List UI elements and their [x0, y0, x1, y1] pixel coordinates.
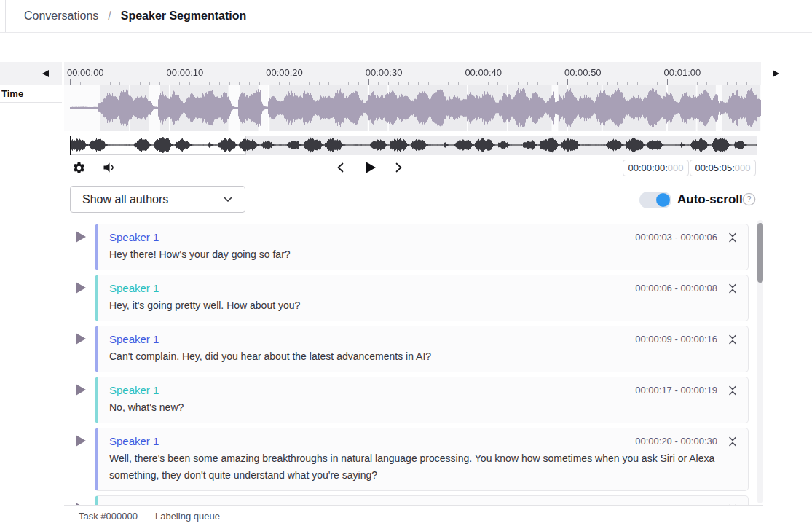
segments-list: Speaker 1 00:00:03 - 00:00:06 Hey there!…: [64, 219, 763, 505]
segment-play-button[interactable]: [76, 384, 86, 396]
segment-row: Speaker 1 00:00:09 - 00:00:16 Can't comp…: [64, 326, 763, 372]
segment-transcript-text: Can't complain. Hey, did you hear about …: [109, 348, 738, 365]
play-button[interactable]: [365, 161, 377, 174]
timeline-waveform[interactable]: 00:00:0000:00:1000:00:2000:00:3000:00:40…: [64, 62, 763, 131]
segment-row: Speaker 1 00:00:20 - 00:00:30 Well, ther…: [64, 428, 763, 491]
segment-collapse-button[interactable]: [728, 436, 738, 447]
segment-transcript-text: Hey, it's going pretty well. How about y…: [109, 297, 738, 314]
time-axis-label: Time: [1, 88, 23, 99]
segment-play-button[interactable]: [76, 282, 86, 294]
segment-card[interactable]: Speaker 1 00:00:06 - 00:00:08 Hey, it's …: [95, 275, 749, 321]
breadcrumb-current-page: Speaker Segmentation: [121, 9, 247, 23]
audio-overview-minimap[interactable]: [64, 136, 763, 155]
segment-speaker-label: Speaker 1: [109, 384, 159, 396]
segment-header: Speaker 1 00:00:03 - 00:00:06: [109, 230, 738, 244]
author-filter-selected-value: Show all authors: [82, 193, 168, 206]
segment-collapse-button[interactable]: [728, 232, 738, 243]
minimap-waveform-canvas: [64, 136, 763, 155]
segment-transcript-text: Well, there's been some amazing breakthr…: [109, 450, 738, 484]
segment-row: Speaker 1 00:00:06 - 00:00:08 Hey, it's …: [64, 275, 763, 321]
total-time-value: 00:05:05: [695, 162, 733, 173]
play-icon: [76, 384, 86, 396]
segment-card[interactable]: Speaker 1 00:00:09 - 00:00:16 Can't comp…: [95, 326, 749, 372]
segment-collapse-button[interactable]: [728, 283, 738, 294]
current-time-value: 00:00:00: [628, 162, 666, 173]
collapse-vertical-icon: [728, 283, 738, 294]
scroll-timeline-left-button[interactable]: [42, 70, 51, 79]
auto-scroll-toggle[interactable]: [639, 192, 671, 208]
chevron-right-icon: [394, 162, 403, 173]
timeline-left-gutter: [0, 62, 62, 85]
segment-collapse-button[interactable]: [728, 334, 738, 345]
segment-speaker-label: Speaker 1: [109, 282, 159, 294]
triangle-left-icon: [42, 70, 49, 77]
segment-collapse-button[interactable]: [728, 385, 738, 396]
total-duration-field[interactable]: 00:05:05:000: [690, 160, 756, 176]
question-circle-icon: ?: [742, 192, 756, 206]
chevron-left-icon: [336, 162, 345, 173]
segment-card[interactable]: Speaker 1 00:00:30 - 00:00:32: [95, 495, 749, 505]
segment-time-range: 00:00:09 - 00:00:16: [635, 334, 717, 345]
play-icon: [76, 282, 86, 294]
segment-header: Speaker 1 00:00:06 - 00:00:08: [109, 281, 738, 295]
gear-icon: [72, 161, 86, 175]
breadcrumb-conversations[interactable]: Conversations: [24, 9, 98, 23]
current-time-field[interactable]: 00:00:00:000: [623, 160, 689, 176]
tick-label: 00:00:10: [167, 67, 204, 78]
auto-scroll-label: Auto-scroll: [677, 192, 743, 207]
segment-speaker-label: Speaker 1: [109, 333, 159, 345]
speaker-segmentation-app: Conversations / Speaker Segmentation Tim…: [0, 0, 812, 526]
segment-time-range: 00:00:03 - 00:00:06: [635, 232, 717, 243]
segment-speaker-label: Speaker 1: [109, 435, 159, 447]
header-bar: Conversations / Speaker Segmentation: [0, 0, 812, 33]
task-id-label: Task #000000: [79, 511, 138, 522]
segment-row: Speaker 1 00:00:17 - 00:00:19 No, what's…: [64, 377, 763, 423]
list-scrollbar-track[interactable]: [757, 220, 763, 503]
triangle-right-icon: [773, 70, 779, 77]
segment-card[interactable]: Speaker 1 00:00:17 - 00:00:19 No, what's…: [95, 377, 749, 423]
tick-label: 00:00:20: [266, 67, 303, 78]
collapse-vertical-icon: [728, 334, 738, 345]
collapse-vertical-icon: [728, 232, 738, 243]
segment-time-range: 00:00:17 - 00:00:19: [635, 385, 717, 396]
author-filter-select[interactable]: Show all authors: [70, 186, 245, 213]
collapse-vertical-icon: [728, 385, 738, 396]
volume-button[interactable]: [101, 160, 116, 175]
queue-name-label: Labeling queue: [155, 511, 220, 522]
scroll-timeline-right-button[interactable]: [773, 70, 781, 79]
footer-bar: Task #000000 Labeling queue: [64, 505, 763, 526]
tick-label: 00:00:30: [366, 67, 403, 78]
segment-play-button[interactable]: [76, 231, 86, 243]
segment-header: Speaker 1 00:00:17 - 00:00:19: [109, 383, 738, 397]
segment-transcript-text: Hey there! How's your day going so far?: [109, 246, 738, 263]
tick-label: 00:00:50: [564, 67, 602, 78]
next-region-button[interactable]: [393, 162, 404, 173]
segment-header: Speaker 1 00:00:09 - 00:00:16: [109, 332, 738, 346]
volume-up-icon: [102, 161, 115, 174]
tick-label: 00:00:00: [67, 67, 104, 78]
settings-button[interactable]: [71, 160, 86, 175]
breadcrumb: Conversations / Speaker Segmentation: [24, 0, 246, 32]
svg-text:?: ?: [747, 195, 752, 203]
toggle-knob: [656, 193, 670, 207]
segment-play-button[interactable]: [76, 435, 86, 447]
breadcrumb-separator: /: [108, 9, 111, 23]
segment-transcript-text: No, what's new?: [109, 399, 738, 416]
time-axis-divider: [0, 102, 62, 103]
collapse-vertical-icon: [728, 436, 738, 447]
auto-scroll-help-button[interactable]: ?: [742, 192, 756, 206]
list-scrollbar-thumb[interactable]: [757, 223, 763, 283]
segment-header: Speaker 1 00:00:20 - 00:00:30: [109, 434, 738, 448]
previous-region-button[interactable]: [335, 162, 346, 173]
playhead-marker[interactable]: [70, 136, 71, 155]
play-icon: [76, 231, 86, 243]
play-icon: [366, 162, 376, 173]
segment-time-range: 00:00:06 - 00:00:08: [635, 283, 717, 294]
current-time-ms: 000: [668, 162, 684, 173]
play-icon: [76, 435, 86, 447]
segment-card[interactable]: Speaker 1 00:00:03 - 00:00:06 Hey there!…: [95, 224, 749, 270]
segment-play-button[interactable]: [76, 333, 86, 345]
tick-label: 00:00:40: [465, 67, 502, 78]
header-left-divider: [5, 0, 6, 32]
segment-card[interactable]: Speaker 1 00:00:20 - 00:00:30 Well, ther…: [95, 428, 749, 491]
